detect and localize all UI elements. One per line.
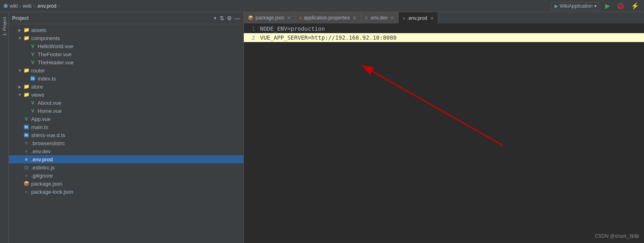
tree-item-assets[interactable]: ▶ 📁 assets bbox=[9, 26, 243, 34]
breadcrumb: ✱ wiki › web › .env.prod › bbox=[3, 3, 60, 9]
arrow-icon: ▶ bbox=[17, 85, 23, 89]
folder-icon: 📁 bbox=[23, 91, 30, 98]
run-button[interactable]: ▶ bbox=[603, 1, 612, 11]
arrow-icon: ▼ bbox=[17, 36, 23, 40]
item-label: .env.dev bbox=[31, 148, 51, 154]
env-icon: ≡ bbox=[23, 156, 30, 163]
editor-content[interactable]: 1 NODE_ENV=production 2 VUE_APP_SERVER=h… bbox=[244, 24, 644, 243]
tab-env-dev[interactable]: ≡ .env.dev ✕ bbox=[361, 12, 399, 23]
vue-icon: V bbox=[29, 99, 36, 106]
arrow-icon: ▶ bbox=[17, 28, 23, 32]
folder-icon: 📁 bbox=[23, 27, 30, 33]
run-config-label: WikiApplication bbox=[560, 3, 593, 9]
run-config-selector[interactable]: ▶ WikiApplication ▾ bbox=[551, 2, 600, 10]
tab-close-icon[interactable]: ✕ bbox=[287, 15, 291, 21]
item-label: shims-vue.d.ts bbox=[31, 132, 65, 138]
line-content-1: NODE_ENV=production bbox=[260, 24, 325, 33]
editor-line-2: 2 VUE_APP_SERVER=http://192.168.92.10:80… bbox=[244, 33, 644, 42]
tree-item-gitignore[interactable]: ≡ .gitignore bbox=[9, 171, 243, 180]
tree-item-index-ts[interactable]: ts index.ts bbox=[9, 74, 243, 82]
item-label: components bbox=[31, 35, 60, 41]
breadcrumb-current: .env.prod bbox=[36, 3, 56, 9]
breadcrumb-web: web bbox=[23, 3, 32, 9]
tab-icon: ≡ bbox=[365, 15, 367, 20]
item-label: .gitignore bbox=[31, 173, 53, 179]
tree-item-main-ts[interactable]: ts main.ts bbox=[9, 123, 243, 131]
run-config-icon: ▶ bbox=[554, 3, 558, 9]
tree-item-components[interactable]: ▼ 📁 components bbox=[9, 34, 243, 42]
tab-package-json[interactable]: 📦 package.json ✕ bbox=[244, 12, 295, 23]
vue-icon: V bbox=[29, 59, 36, 66]
json-icon: 📦 bbox=[23, 180, 30, 187]
tab-close-icon[interactable]: ✕ bbox=[390, 15, 394, 21]
arrow-icon: ▼ bbox=[17, 68, 23, 73]
tree-item-app[interactable]: V App.vue bbox=[9, 115, 243, 123]
ts-icon: ts bbox=[23, 124, 30, 130]
tree-item-env-prod[interactable]: ≡ .env.prod bbox=[9, 155, 243, 163]
panel-icons: ⇅ ⚙ — bbox=[220, 15, 240, 21]
panel-title: Project bbox=[12, 15, 211, 21]
tab-icon: 📦 bbox=[248, 15, 254, 21]
ts-icon: ts bbox=[23, 132, 30, 138]
tab-application-props[interactable]: ≡ application.properties ✕ bbox=[295, 12, 361, 23]
tree-item-package-lock[interactable]: ≡ package-lock.json bbox=[9, 188, 243, 196]
tree-item-shims[interactable]: ts shims-vue.d.ts bbox=[9, 131, 243, 139]
tree-item-package-json[interactable]: 📦 package.json bbox=[9, 180, 243, 188]
item-label: main.ts bbox=[31, 124, 48, 130]
panel-header: Project ▾ ⇅ ⚙ — bbox=[9, 12, 243, 24]
tree-item-home[interactable]: V Home.vue bbox=[9, 107, 243, 115]
tree-item-views[interactable]: ▼ 📁 views bbox=[9, 91, 243, 99]
tree-item-browserslistrc[interactable]: ≡ .browserslistrc bbox=[9, 139, 243, 147]
chevron-down-icon: ▾ bbox=[594, 3, 597, 9]
item-label: HelloWorld.vue bbox=[38, 43, 73, 49]
tab-close-icon[interactable]: ✕ bbox=[430, 16, 434, 21]
top-bar-right: ▶ WikiApplication ▾ ▶ 🐞 ⚡ bbox=[551, 1, 641, 11]
item-label: TheFooter.vue bbox=[38, 51, 72, 57]
folder-icon: 📁 bbox=[23, 67, 30, 74]
folder-icon: 📁 bbox=[23, 35, 30, 41]
tab-env-prod[interactable]: ≡ .env.prod ✕ bbox=[399, 12, 438, 23]
tree-item-router[interactable]: ▼ 📁 router bbox=[9, 66, 243, 74]
tab-label: .env.prod bbox=[407, 15, 427, 21]
tree-item-eslintrc[interactable]: ⊙ .eslintrc.js bbox=[9, 163, 243, 171]
tab-label: application.properties bbox=[304, 15, 350, 21]
project-panel: Project ▾ ⇅ ⚙ — ▶ 📁 assets ▼ 📁 component… bbox=[9, 12, 244, 243]
tree-item-helloworld[interactable]: V HelloWorld.vue bbox=[9, 42, 243, 50]
sep1: › bbox=[19, 3, 21, 9]
minimize-icon[interactable]: — bbox=[235, 15, 240, 21]
line-number-2: 2 bbox=[244, 33, 260, 42]
sep3: › bbox=[58, 3, 60, 9]
breadcrumb-wiki: wiki bbox=[10, 3, 18, 9]
vue-icon: V bbox=[29, 108, 36, 114]
tree-item-thefooter[interactable]: V TheFooter.vue bbox=[9, 50, 243, 58]
tree-item-about[interactable]: V About.vue bbox=[9, 99, 243, 107]
collapse-icon[interactable]: ⇅ bbox=[220, 15, 224, 21]
item-label: App.vue bbox=[31, 116, 51, 122]
tree-item-store[interactable]: ▶ 📁 store bbox=[9, 82, 243, 91]
profile-button[interactable]: ⚡ bbox=[629, 1, 641, 11]
settings-icon[interactable]: ⚙ bbox=[227, 15, 232, 21]
svg-line-1 bbox=[362, 65, 503, 145]
vue-icon: V bbox=[23, 116, 30, 122]
sep2: › bbox=[33, 3, 35, 9]
top-bar: ✱ wiki › web › .env.prod › ▶ WikiApplica… bbox=[0, 0, 644, 12]
item-label: TheHeader.vue bbox=[38, 59, 74, 66]
tab-label: .env.dev bbox=[370, 15, 388, 21]
tab-close-icon[interactable]: ✕ bbox=[353, 15, 356, 21]
tab-bar: 📦 package.json ✕ ≡ application.propertie… bbox=[244, 12, 644, 24]
editor-line-1: 1 NODE_ENV=production bbox=[244, 24, 644, 33]
tree-item-theheader[interactable]: V TheHeader.vue bbox=[9, 58, 243, 66]
debug-button[interactable]: 🐞 bbox=[615, 1, 626, 11]
wiki-icon: ✱ bbox=[3, 3, 8, 9]
side-panel-label: 1: Project bbox=[0, 12, 9, 243]
tab-icon: ≡ bbox=[299, 15, 302, 20]
json-icon: ≡ bbox=[23, 188, 30, 195]
watermark: CSDN @shark_辣椒 bbox=[595, 233, 639, 240]
ts-icon: ts bbox=[29, 75, 36, 82]
eslint-icon: ⊙ bbox=[23, 164, 30, 171]
file-tree: ▶ 📁 assets ▼ 📁 components V HelloWorld.v… bbox=[9, 24, 243, 243]
main-content: 1: Project Project ▾ ⇅ ⚙ — ▶ 📁 assets ▼ … bbox=[0, 12, 644, 243]
tree-item-env-dev[interactable]: ≡ .env.dev bbox=[9, 147, 243, 155]
project-side-label[interactable]: 1: Project bbox=[1, 14, 8, 39]
item-label: views bbox=[31, 92, 45, 98]
